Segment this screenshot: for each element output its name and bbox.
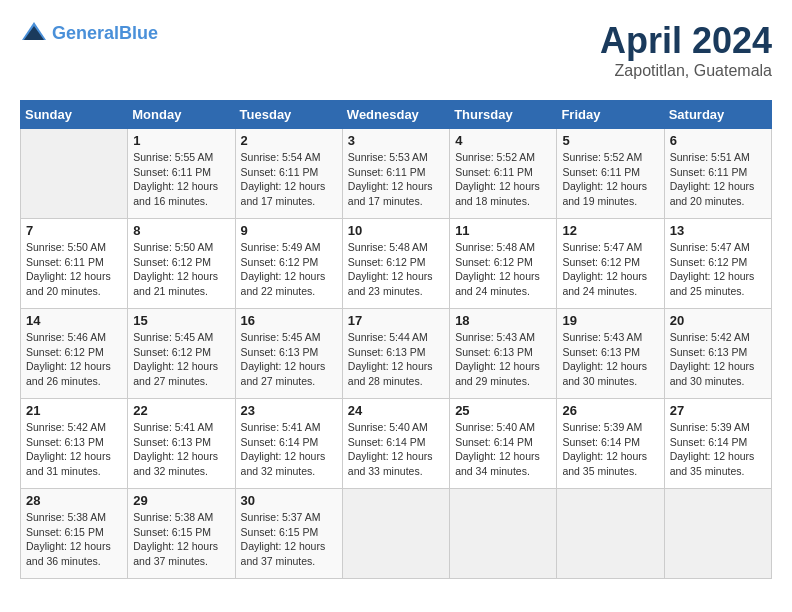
day-number: 21 [26,403,122,418]
day-number: 28 [26,493,122,508]
calendar-day-cell: 8Sunrise: 5:50 AM Sunset: 6:12 PM Daylig… [128,219,235,309]
page-header: GeneralBlue April 2024 Zapotitlan, Guate… [20,20,772,90]
day-info: Sunrise: 5:52 AM Sunset: 6:11 PM Dayligh… [562,150,658,209]
day-info: Sunrise: 5:37 AM Sunset: 6:15 PM Dayligh… [241,510,337,569]
day-number: 2 [241,133,337,148]
day-info: Sunrise: 5:48 AM Sunset: 6:12 PM Dayligh… [348,240,444,299]
day-number: 1 [133,133,229,148]
calendar-day-cell [664,489,771,579]
calendar-day-cell [450,489,557,579]
day-info: Sunrise: 5:51 AM Sunset: 6:11 PM Dayligh… [670,150,766,209]
day-number: 23 [241,403,337,418]
logo: GeneralBlue [20,20,158,48]
calendar-day-cell: 18Sunrise: 5:43 AM Sunset: 6:13 PM Dayli… [450,309,557,399]
days-of-week-row: SundayMondayTuesdayWednesdayThursdayFrid… [21,101,772,129]
day-info: Sunrise: 5:47 AM Sunset: 6:12 PM Dayligh… [670,240,766,299]
calendar-day-cell: 26Sunrise: 5:39 AM Sunset: 6:14 PM Dayli… [557,399,664,489]
day-number: 7 [26,223,122,238]
calendar-day-cell [342,489,449,579]
day-of-week-header: Tuesday [235,101,342,129]
day-info: Sunrise: 5:49 AM Sunset: 6:12 PM Dayligh… [241,240,337,299]
day-info: Sunrise: 5:42 AM Sunset: 6:13 PM Dayligh… [26,420,122,479]
day-number: 15 [133,313,229,328]
calendar-day-cell: 22Sunrise: 5:41 AM Sunset: 6:13 PM Dayli… [128,399,235,489]
day-info: Sunrise: 5:45 AM Sunset: 6:12 PM Dayligh… [133,330,229,389]
calendar-subtitle: Zapotitlan, Guatemala [600,62,772,80]
day-number: 4 [455,133,551,148]
calendar-header: SundayMondayTuesdayWednesdayThursdayFrid… [21,101,772,129]
calendar-week-row: 21Sunrise: 5:42 AM Sunset: 6:13 PM Dayli… [21,399,772,489]
day-number: 10 [348,223,444,238]
day-info: Sunrise: 5:38 AM Sunset: 6:15 PM Dayligh… [26,510,122,569]
calendar-day-cell: 1Sunrise: 5:55 AM Sunset: 6:11 PM Daylig… [128,129,235,219]
calendar-day-cell: 11Sunrise: 5:48 AM Sunset: 6:12 PM Dayli… [450,219,557,309]
calendar-day-cell: 25Sunrise: 5:40 AM Sunset: 6:14 PM Dayli… [450,399,557,489]
calendar-day-cell [557,489,664,579]
day-number: 11 [455,223,551,238]
title-area: April 2024 Zapotitlan, Guatemala [600,20,772,80]
day-info: Sunrise: 5:45 AM Sunset: 6:13 PM Dayligh… [241,330,337,389]
calendar-day-cell: 27Sunrise: 5:39 AM Sunset: 6:14 PM Dayli… [664,399,771,489]
calendar-week-row: 7Sunrise: 5:50 AM Sunset: 6:11 PM Daylig… [21,219,772,309]
day-number: 3 [348,133,444,148]
day-info: Sunrise: 5:39 AM Sunset: 6:14 PM Dayligh… [562,420,658,479]
day-info: Sunrise: 5:48 AM Sunset: 6:12 PM Dayligh… [455,240,551,299]
calendar-day-cell: 23Sunrise: 5:41 AM Sunset: 6:14 PM Dayli… [235,399,342,489]
day-info: Sunrise: 5:50 AM Sunset: 6:12 PM Dayligh… [133,240,229,299]
day-info: Sunrise: 5:40 AM Sunset: 6:14 PM Dayligh… [348,420,444,479]
day-number: 17 [348,313,444,328]
day-of-week-header: Wednesday [342,101,449,129]
calendar-day-cell: 6Sunrise: 5:51 AM Sunset: 6:11 PM Daylig… [664,129,771,219]
day-number: 16 [241,313,337,328]
day-info: Sunrise: 5:41 AM Sunset: 6:13 PM Dayligh… [133,420,229,479]
day-number: 13 [670,223,766,238]
day-info: Sunrise: 5:43 AM Sunset: 6:13 PM Dayligh… [562,330,658,389]
calendar-day-cell: 29Sunrise: 5:38 AM Sunset: 6:15 PM Dayli… [128,489,235,579]
calendar-day-cell: 13Sunrise: 5:47 AM Sunset: 6:12 PM Dayli… [664,219,771,309]
calendar-day-cell: 20Sunrise: 5:42 AM Sunset: 6:13 PM Dayli… [664,309,771,399]
day-info: Sunrise: 5:46 AM Sunset: 6:12 PM Dayligh… [26,330,122,389]
day-info: Sunrise: 5:40 AM Sunset: 6:14 PM Dayligh… [455,420,551,479]
day-number: 26 [562,403,658,418]
day-info: Sunrise: 5:47 AM Sunset: 6:12 PM Dayligh… [562,240,658,299]
calendar-title: April 2024 [600,20,772,62]
day-of-week-header: Thursday [450,101,557,129]
calendar-day-cell: 12Sunrise: 5:47 AM Sunset: 6:12 PM Dayli… [557,219,664,309]
day-info: Sunrise: 5:55 AM Sunset: 6:11 PM Dayligh… [133,150,229,209]
calendar-day-cell: 14Sunrise: 5:46 AM Sunset: 6:12 PM Dayli… [21,309,128,399]
day-number: 19 [562,313,658,328]
day-number: 14 [26,313,122,328]
day-number: 27 [670,403,766,418]
calendar-day-cell: 30Sunrise: 5:37 AM Sunset: 6:15 PM Dayli… [235,489,342,579]
calendar-day-cell: 10Sunrise: 5:48 AM Sunset: 6:12 PM Dayli… [342,219,449,309]
calendar-week-row: 28Sunrise: 5:38 AM Sunset: 6:15 PM Dayli… [21,489,772,579]
calendar-day-cell: 15Sunrise: 5:45 AM Sunset: 6:12 PM Dayli… [128,309,235,399]
day-of-week-header: Monday [128,101,235,129]
day-info: Sunrise: 5:53 AM Sunset: 6:11 PM Dayligh… [348,150,444,209]
calendar-day-cell: 3Sunrise: 5:53 AM Sunset: 6:11 PM Daylig… [342,129,449,219]
day-info: Sunrise: 5:54 AM Sunset: 6:11 PM Dayligh… [241,150,337,209]
day-info: Sunrise: 5:38 AM Sunset: 6:15 PM Dayligh… [133,510,229,569]
calendar-week-row: 1Sunrise: 5:55 AM Sunset: 6:11 PM Daylig… [21,129,772,219]
day-info: Sunrise: 5:50 AM Sunset: 6:11 PM Dayligh… [26,240,122,299]
logo-text: GeneralBlue [52,24,158,44]
calendar-day-cell: 28Sunrise: 5:38 AM Sunset: 6:15 PM Dayli… [21,489,128,579]
logo-icon [20,20,48,48]
calendar-day-cell [21,129,128,219]
day-number: 29 [133,493,229,508]
calendar-week-row: 14Sunrise: 5:46 AM Sunset: 6:12 PM Dayli… [21,309,772,399]
calendar-body: 1Sunrise: 5:55 AM Sunset: 6:11 PM Daylig… [21,129,772,579]
day-info: Sunrise: 5:44 AM Sunset: 6:13 PM Dayligh… [348,330,444,389]
day-number: 22 [133,403,229,418]
calendar-day-cell: 16Sunrise: 5:45 AM Sunset: 6:13 PM Dayli… [235,309,342,399]
calendar-day-cell: 7Sunrise: 5:50 AM Sunset: 6:11 PM Daylig… [21,219,128,309]
day-number: 12 [562,223,658,238]
day-number: 20 [670,313,766,328]
day-info: Sunrise: 5:39 AM Sunset: 6:14 PM Dayligh… [670,420,766,479]
calendar-table: SundayMondayTuesdayWednesdayThursdayFrid… [20,100,772,579]
day-info: Sunrise: 5:42 AM Sunset: 6:13 PM Dayligh… [670,330,766,389]
calendar-day-cell: 24Sunrise: 5:40 AM Sunset: 6:14 PM Dayli… [342,399,449,489]
day-number: 18 [455,313,551,328]
day-of-week-header: Sunday [21,101,128,129]
calendar-day-cell: 4Sunrise: 5:52 AM Sunset: 6:11 PM Daylig… [450,129,557,219]
